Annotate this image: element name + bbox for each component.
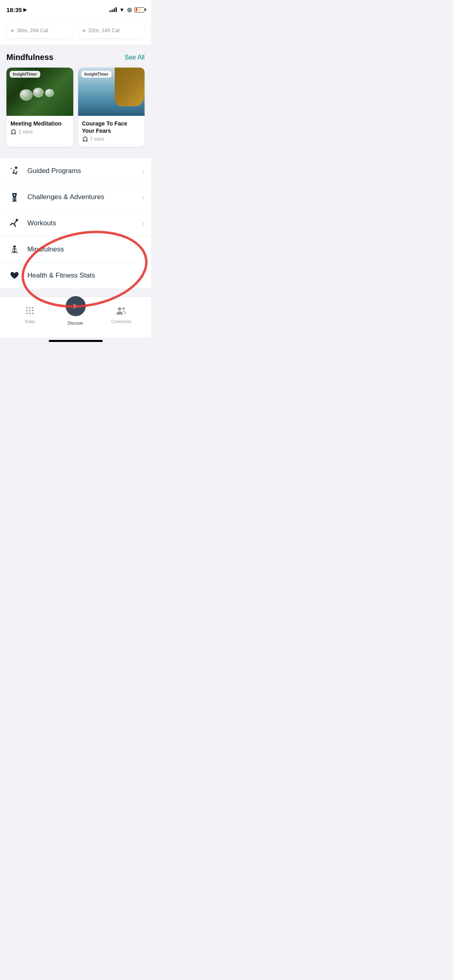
- chevron-icon-4: ›: [142, 272, 145, 280]
- menu-item-health-stats[interactable]: Health & Fitness Stats ›: [0, 263, 151, 288]
- card-2-image: InsightTimer: [78, 68, 145, 116]
- status-time: 18:35 ▶: [6, 6, 27, 13]
- mindfulness-section: Mindfulness See All InsightTimer Meeti: [0, 45, 151, 152]
- headphone-icon-2: 🎧: [82, 136, 88, 142]
- svg-point-4: [14, 194, 15, 196]
- top-card-2-duration: 22m, 145 Cal: [89, 27, 120, 33]
- workouts-label: Workouts: [27, 219, 142, 227]
- mindfulness-icon: [6, 244, 23, 255]
- tab-community-label: Community: [111, 319, 132, 324]
- card-1-title: Meeting Meditation: [10, 120, 69, 127]
- battery-icon: ⚡: [134, 7, 145, 12]
- svg-point-15: [32, 313, 33, 314]
- health-stats-label: Health & Fitness Stats: [27, 272, 142, 280]
- svg-point-0: [15, 167, 17, 169]
- top-cards-section: ▶ 30m, 204 Cal ▶ 22m, 145 Cal: [0, 18, 151, 45]
- tab-discover[interactable]: ➤ Discover: [60, 296, 92, 325]
- menu-item-challenges[interactable]: Challenges & Adventures ›: [0, 184, 151, 210]
- svg-point-17: [122, 307, 125, 310]
- meditation-card-1[interactable]: InsightTimer Meeting Meditation 🎧 2 mins: [6, 68, 73, 147]
- card-2-title: Courage To Face Your Fears: [82, 120, 141, 134]
- svg-point-13: [26, 313, 28, 314]
- headphone-icon-1: 🎧: [10, 129, 17, 135]
- mindfulness-title: Mindfulness: [6, 53, 54, 62]
- menu-item-workouts[interactable]: Workouts ›: [0, 210, 151, 237]
- insight-badge-1: InsightTimer: [10, 71, 40, 78]
- health-stats-icon: [6, 270, 23, 281]
- tab-discover-label: Discover: [68, 321, 83, 325]
- tab-today-label: Today: [24, 319, 35, 324]
- top-card-1[interactable]: ▶ 30m, 204 Cal: [6, 23, 73, 38]
- discover-arrow-icon: ➤: [72, 302, 79, 311]
- community-icon: [116, 306, 126, 318]
- chevron-icon-2: ›: [142, 219, 145, 228]
- card-2-duration: 7 mins: [90, 136, 104, 142]
- guided-programs-icon: [6, 165, 23, 177]
- card-2-meta: 🎧 7 mins: [82, 136, 141, 142]
- svg-rect-3: [12, 201, 17, 202]
- tab-community[interactable]: Community: [92, 306, 151, 324]
- play-icon-1: ▶: [11, 28, 14, 33]
- insight-badge-2: InsightTimer: [81, 71, 112, 78]
- menu-section: Guided Programs › Challenges & Adventure…: [0, 158, 151, 288]
- svg-point-11: [29, 310, 31, 311]
- menu-item-mindfulness[interactable]: Mindfulness ›: [0, 237, 151, 263]
- signal-bars-icon: [110, 7, 117, 12]
- challenges-icon: [6, 191, 23, 203]
- wifi-symbol: ⊛: [127, 6, 132, 14]
- svg-point-7: [26, 307, 28, 309]
- svg-point-12: [32, 310, 33, 311]
- discover-fab[interactable]: ➤: [66, 296, 86, 316]
- status-bar: 18:35 ▶ ▼︎ ⊛ ⚡: [0, 0, 151, 18]
- svg-point-6: [13, 245, 16, 248]
- challenges-label: Challenges & Adventures: [27, 193, 142, 201]
- mindfulness-cards-row: InsightTimer Meeting Meditation 🎧 2 mins: [6, 68, 145, 147]
- today-icon: [25, 306, 35, 318]
- play-icon-2: ▶: [83, 28, 86, 33]
- svg-rect-2: [13, 200, 16, 201]
- card-1-meta: 🎧 2 mins: [10, 129, 69, 135]
- chevron-icon-1: ›: [142, 193, 145, 202]
- location-icon: ▶: [23, 7, 27, 12]
- chevron-icon-3: ›: [142, 245, 145, 254]
- mindfulness-header: Mindfulness See All: [6, 53, 145, 62]
- tab-today[interactable]: Today: [0, 306, 60, 324]
- workouts-icon: [6, 218, 23, 229]
- mindfulness-menu-label: Mindfulness: [27, 245, 142, 253]
- svg-point-16: [118, 307, 121, 311]
- menu-item-guided-programs[interactable]: Guided Programs ›: [0, 158, 151, 184]
- home-indicator: [49, 340, 103, 342]
- svg-point-10: [26, 310, 28, 311]
- svg-point-14: [29, 313, 31, 314]
- guided-programs-label: Guided Programs: [27, 167, 142, 175]
- status-icons: ▼︎ ⊛ ⚡: [110, 6, 145, 14]
- chevron-icon-0: ›: [142, 167, 145, 175]
- svg-point-1: [10, 168, 12, 169]
- tab-bar: Today ➤ Discover Community: [0, 296, 151, 338]
- top-card-2[interactable]: ▶ 22m, 145 Cal: [78, 23, 145, 38]
- card-2-info: Courage To Face Your Fears 🎧 7 mins: [78, 116, 145, 147]
- card-1-duration: 2 mins: [19, 129, 33, 135]
- wifi-icon: ▼︎: [119, 7, 124, 13]
- meditation-card-2[interactable]: InsightTimer Courage To Face Your Fears …: [78, 68, 145, 147]
- svg-point-8: [29, 307, 31, 309]
- see-all-button[interactable]: See All: [124, 54, 145, 61]
- top-card-1-duration: 30m, 204 Cal: [17, 27, 48, 33]
- svg-point-9: [32, 307, 33, 309]
- card-1-info: Meeting Meditation 🎧 2 mins: [6, 116, 73, 140]
- ocean-rock: [115, 68, 145, 106]
- card-1-image: InsightTimer: [6, 68, 73, 116]
